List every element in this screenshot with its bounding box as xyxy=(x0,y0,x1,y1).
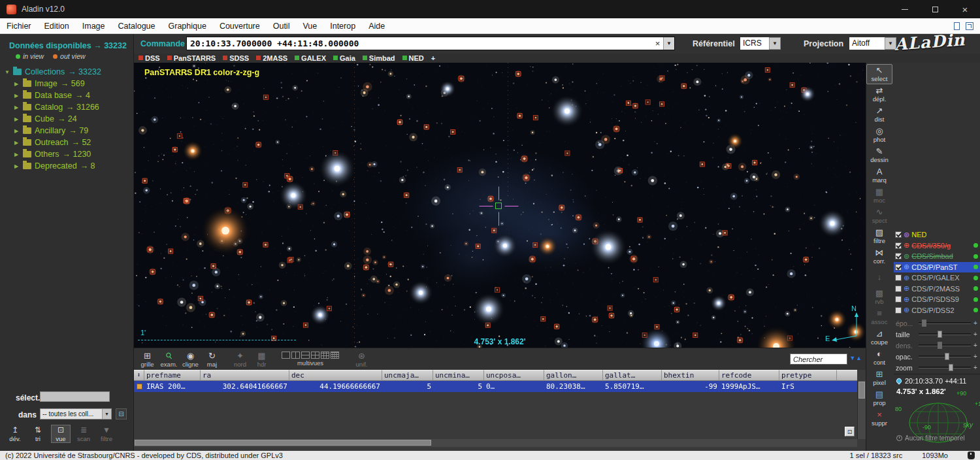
slider-plus-icon[interactable]: + xyxy=(973,342,980,349)
server-shortcut[interactable]: PanSTARRS xyxy=(167,54,216,62)
slider-plus-icon[interactable]: + xyxy=(973,320,980,327)
sort-icon[interactable]: ↕ xyxy=(134,370,144,381)
layer-row[interactable]: ⊕ CDS/I/350/g xyxy=(894,240,980,252)
search-up-icon[interactable]: ▲ xyxy=(856,355,862,361)
referential-select[interactable]: ICRS xyxy=(740,37,769,50)
view-toolbar-button[interactable]: ⚲ exam. xyxy=(159,351,178,368)
layer-checkbox[interactable] xyxy=(895,274,902,281)
expand-arrow-icon[interactable]: ▶ xyxy=(14,163,22,169)
clear-icon[interactable]: × xyxy=(652,37,663,50)
server-shortcut[interactable]: NED xyxy=(402,54,424,62)
server-shortcut[interactable]: Simbad xyxy=(363,54,395,62)
layer-checkbox[interactable] xyxy=(895,296,902,303)
layer-name[interactable]: CDS/P/DSS2 xyxy=(911,306,954,314)
search-prev-next-arrows[interactable]: ▼▲ xyxy=(849,355,862,361)
table-horizontal-scrollbar[interactable] xyxy=(134,439,857,447)
tool-button[interactable]: ⇄ dépl. xyxy=(866,84,892,105)
multiview-2v-button[interactable] xyxy=(291,352,300,359)
multiview-1-button[interactable] xyxy=(282,352,290,359)
tool-button[interactable]: ◐ cont xyxy=(866,348,892,368)
layer-checkbox[interactable] xyxy=(895,253,902,259)
slider-track[interactable] xyxy=(919,355,971,357)
slider-track[interactable] xyxy=(919,333,971,335)
slider-thumb[interactable] xyxy=(938,331,942,338)
column-header[interactable]: dec xyxy=(289,370,382,381)
tool-button[interactable]: A marq xyxy=(866,165,892,186)
command-history-dropdown[interactable]: ▼ xyxy=(663,37,674,50)
tool-button[interactable]: ✎ dessin xyxy=(866,145,892,165)
tool-button[interactable]: ≡ assoc xyxy=(866,307,892,327)
layer-name[interactable]: CDS/Simbad xyxy=(911,252,953,260)
command-input[interactable] xyxy=(187,37,652,50)
expand-arrow-icon[interactable]: ▶ xyxy=(14,105,22,110)
layer-name[interactable]: CDS/P/PanST xyxy=(911,263,957,271)
layer-row[interactable]: ⊕ CDS/P/2MASS xyxy=(894,284,980,295)
slider-plus-icon[interactable]: + xyxy=(973,353,980,360)
tool-button[interactable]: ↗ dist xyxy=(866,105,892,125)
menu-item[interactable]: Edition xyxy=(38,22,76,31)
tool-button[interactable]: × suppr xyxy=(866,408,892,429)
server-shortcut[interactable]: Gaia xyxy=(333,54,355,62)
menu-item[interactable]: Fichier xyxy=(0,22,38,31)
layer-row[interactable]: ⊚ CDS/Simbad xyxy=(894,251,980,262)
layer-row[interactable]: ⊕ CDS/P/GALEX xyxy=(894,272,980,284)
tree-item[interactable]: ▶ Catalog → 31266 xyxy=(0,101,133,113)
sidebar-action-button[interactable]: ▼ filtre xyxy=(97,425,116,443)
view-toolbar-button[interactable]: ▦ hdr xyxy=(252,351,271,368)
expand-arrow-icon[interactable]: ▶ xyxy=(14,116,22,122)
menu-item[interactable]: Vue xyxy=(296,22,323,31)
slider-plus-icon[interactable]: + xyxy=(973,331,980,338)
menu-item[interactable]: Graphique xyxy=(162,22,213,31)
server-shortcut[interactable]: 2MASS xyxy=(256,54,287,62)
tool-button[interactable]: ▤ prop xyxy=(866,388,892,408)
layer-row[interactable]: ⊕ CDS/P/DSS2 xyxy=(894,305,980,316)
column-header[interactable]: uncmaja… xyxy=(382,370,433,381)
close-button[interactable]: × xyxy=(950,0,980,18)
minimize-button[interactable] xyxy=(890,0,920,18)
layer-name[interactable]: CDS/I/350/g xyxy=(911,242,951,250)
search-down-icon[interactable]: ▼ xyxy=(849,355,856,361)
layer-name[interactable]: CDS/P/GALEX xyxy=(911,274,959,282)
layer-name[interactable]: NED xyxy=(911,231,926,238)
slider-track[interactable] xyxy=(919,344,971,346)
tool-button[interactable]: ◎ phot xyxy=(866,125,892,145)
multiview-2h-button[interactable] xyxy=(301,352,310,359)
tree-item[interactable]: ▶ Outreach → 52 xyxy=(0,137,133,148)
layer-checkbox[interactable] xyxy=(895,231,902,238)
unif-button[interactable]: ⊛ unif. xyxy=(352,351,371,368)
server-shortcut[interactable]: DSS xyxy=(139,54,160,62)
tree-item[interactable]: ▶ Cube → 24 xyxy=(0,113,133,125)
view-toolbar-button[interactable]: ◉ cligne xyxy=(181,351,200,368)
column-header[interactable]: gallat… xyxy=(603,370,662,381)
tool-button[interactable]: ⊞ pixel xyxy=(866,368,892,388)
tool-button[interactable]: ↖ select xyxy=(866,64,892,84)
tool-button[interactable]: ▨ filtre xyxy=(866,226,892,246)
column-header[interactable]: uncposa… xyxy=(484,370,544,381)
layer-row[interactable]: ⊕ CDS/P/PanST xyxy=(894,262,980,273)
expand-arrow-icon[interactable]: ▶ xyxy=(14,93,22,99)
view-toolbar-button[interactable]: ✦ nord xyxy=(231,351,250,368)
tool-button[interactable]: ▦ moc xyxy=(866,186,892,206)
slider-thumb[interactable] xyxy=(922,320,926,327)
slider-thumb[interactable] xyxy=(949,364,953,371)
expand-arrow-icon[interactable]: ▶ xyxy=(14,140,22,146)
table-popup-button[interactable]: ⊡ xyxy=(845,427,855,436)
multiview-16-button[interactable] xyxy=(331,352,339,359)
collections-caret-icon[interactable]: ▼ xyxy=(102,409,111,419)
layer-checkbox[interactable] xyxy=(895,307,902,314)
layer-checkbox[interactable] xyxy=(895,286,902,292)
menu-item[interactable]: Outil xyxy=(267,22,297,31)
column-header[interactable]: uncmina… xyxy=(433,370,484,381)
column-header[interactable]: refcode xyxy=(719,370,779,381)
layer-name[interactable]: CDS/P/SDSS9 xyxy=(911,295,959,303)
server-shortcut[interactable]: SDSS xyxy=(223,54,249,62)
tool-button[interactable]: ∿ spect xyxy=(866,206,892,226)
server-shortcut[interactable]: + xyxy=(431,54,435,62)
sidebar-action-button[interactable]: ⊡ vue xyxy=(51,425,71,443)
tool-button[interactable]: ⋈ corr. xyxy=(866,246,892,267)
new-frame-icon[interactable] xyxy=(954,22,960,30)
layer-checkbox[interactable] xyxy=(895,264,902,271)
detach-window-icon[interactable] xyxy=(966,22,973,30)
sky-canvas[interactable] xyxy=(134,63,866,348)
sidebar-action-button[interactable]: ≣ scan xyxy=(74,425,93,443)
